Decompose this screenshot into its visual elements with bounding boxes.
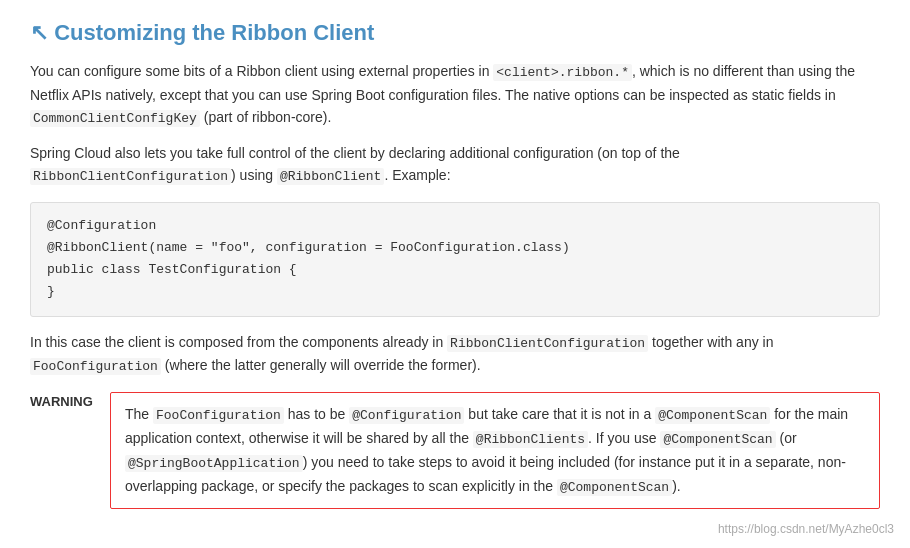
warning-code-component-scan-3: @ComponentScan xyxy=(557,479,672,496)
warning-section: WARNING The FooConfiguration has to be @… xyxy=(30,392,880,509)
code-line-2: @RibbonClient(name = "foo", configuratio… xyxy=(47,237,863,259)
warning-code-ribbon-clients: @RibbonClients xyxy=(473,431,588,448)
body-paragraph-2: In this case the client is composed from… xyxy=(30,331,880,379)
warning-code-config: @Configuration xyxy=(349,407,464,424)
warning-content-box: The FooConfiguration has to be @Configur… xyxy=(110,392,880,509)
code-foo-config: FooConfiguration xyxy=(30,358,161,375)
warning-code-foo: FooConfiguration xyxy=(153,407,284,424)
watermark: https://blog.csdn.net/MyAzhe0cl3 xyxy=(718,522,894,536)
warning-code-spring-boot-app: @SpringBootApplication xyxy=(125,455,303,472)
code-ribbon-client-config-2: RibbonClientConfiguration xyxy=(447,335,648,352)
code-line-4: } xyxy=(47,281,863,303)
cursor-icon: ↖ xyxy=(30,20,48,45)
warning-label: WARNING xyxy=(30,392,110,509)
code-common-client: CommonClientConfigKey xyxy=(30,110,200,127)
warning-code-component-scan-2: @ComponentScan xyxy=(660,431,775,448)
code-ribbon-client-config: RibbonClientConfiguration xyxy=(30,168,231,185)
code-ribbon-client-annotation: @RibbonClient xyxy=(277,168,384,185)
intro-paragraph-1: You can configure some bits of a Ribbon … xyxy=(30,60,880,130)
warning-code-component-scan-1: @ComponentScan xyxy=(655,407,770,424)
warning-text: The FooConfiguration has to be @Configur… xyxy=(125,403,865,498)
page-title: ↖ Customizing the Ribbon Client xyxy=(30,20,880,46)
intro-paragraph-2: Spring Cloud also lets you take full con… xyxy=(30,142,880,188)
code-client-ribbon: <client>.ribbon.* xyxy=(493,64,632,81)
code-line-1: @Configuration xyxy=(47,215,863,237)
code-line-3: public class TestConfiguration { xyxy=(47,259,863,281)
code-example-block: @Configuration @RibbonClient(name = "foo… xyxy=(30,202,880,316)
